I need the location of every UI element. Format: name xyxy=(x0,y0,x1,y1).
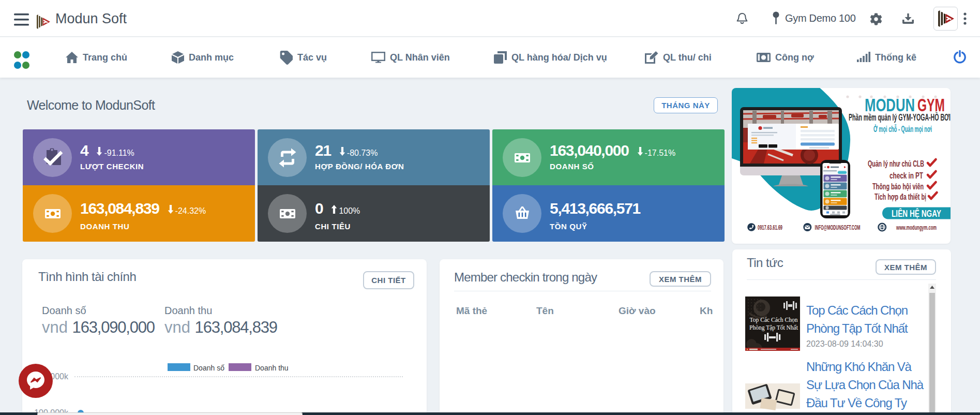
svg-text:Thông báo hội viên: Thông báo hội viên xyxy=(872,182,924,191)
svg-text:Quản lý như chủ CLB: Quản lý như chủ CLB xyxy=(868,159,924,169)
svg-text:www.modungym.com: www.modungym.com xyxy=(896,224,937,231)
svg-text:Tích hợp đa thiết bị: Tích hợp đa thiết bị xyxy=(875,192,926,202)
svg-text:INFO@MODUNSOFT.COM: INFO@MODUNSOFT.COM xyxy=(815,224,861,231)
svg-text:Phần mềm quản lý GYM-YOGA-HỒ B: Phần mềm quản lý GYM-YOGA-HỒ BƠI xyxy=(849,112,951,123)
svg-text:Ở mọi chỗ - Quản mọi nơi: Ở mọi chỗ - Quản mọi nơi xyxy=(873,124,932,134)
svg-text:Top Các Cách Chọn: Top Các Cách Chọn xyxy=(750,317,798,323)
svg-text:Phòng Tập Tốt Nhất: Phòng Tập Tốt Nhất xyxy=(749,324,798,331)
svg-text:0917.63.61.69: 0917.63.61.69 xyxy=(758,224,782,231)
svg-text:LIÊN HỆ NGAY: LIÊN HỆ NGAY xyxy=(892,208,941,219)
svg-text:check in PT: check in PT xyxy=(889,171,923,181)
